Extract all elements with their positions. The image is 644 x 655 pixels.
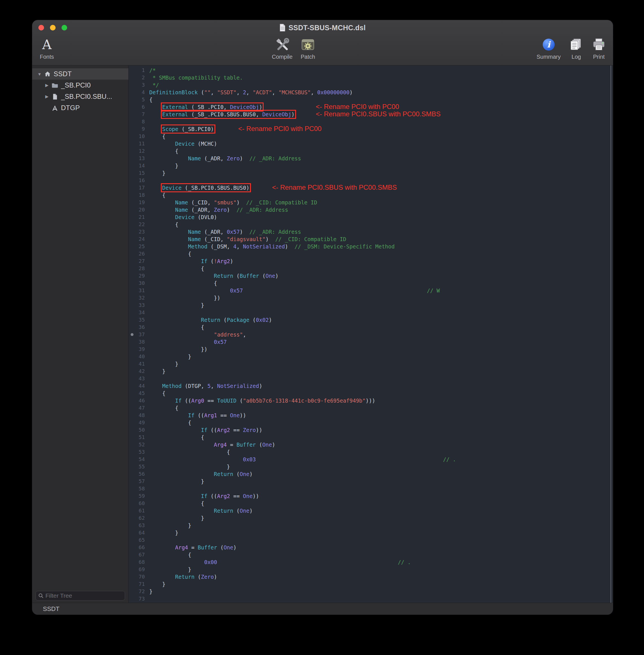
- code-line: 29 Return (Buffer (One): [129, 272, 613, 279]
- filter-input[interactable]: [45, 592, 122, 599]
- code-text: Device (DVL0): [149, 213, 613, 221]
- code-text: /*: [149, 67, 613, 74]
- code-line: 59 If ((Arg2 == One)): [129, 492, 613, 500]
- sidebar-item-sb-pci0-sbu[interactable]: ▶_SB.PCI0.SBU...: [32, 91, 129, 102]
- patch-button[interactable]: Patch: [300, 37, 316, 60]
- code-line: 62 }: [129, 514, 613, 522]
- code-line: 41 }: [129, 360, 613, 367]
- code-editor[interactable]: 1/*2 * SMBus compatibility table.3 */4De…: [129, 66, 613, 603]
- line-number: 16: [129, 177, 149, 184]
- method-icon: [51, 104, 59, 112]
- stacked-pages-icon: [569, 37, 584, 52]
- disclosure-triangle-icon[interactable]: ▶: [43, 83, 51, 88]
- line-number: 3: [129, 81, 149, 89]
- code-text: {: [149, 500, 613, 507]
- code-text: Return (Buffer (One): [149, 272, 613, 279]
- line-number: 27: [129, 257, 149, 265]
- code-text: {: [149, 390, 613, 397]
- code-text: Name (_ADR, 0x57) // _ADR: Address: [149, 228, 613, 235]
- line-number: 66: [129, 544, 149, 551]
- patch-highlight-box: Scope (_SB.PCI0): [162, 126, 214, 132]
- code-text: Method (DTGP, 5, NotSerialized): [149, 382, 613, 390]
- code-line: 37 "address",: [129, 331, 613, 338]
- line-number: 69: [129, 566, 149, 573]
- line-number: 31: [129, 287, 149, 294]
- code-line: 2 * SMBus compatibility table.: [129, 74, 613, 81]
- line-number: 73: [129, 595, 149, 603]
- code-line: 45 {: [129, 390, 613, 397]
- log-button[interactable]: Log: [569, 37, 584, 60]
- code-text: }): [149, 345, 613, 353]
- line-number: 23: [129, 228, 149, 235]
- sidebar-item-dtgp[interactable]: DTGP: [32, 102, 129, 113]
- line-number: 24: [129, 235, 149, 243]
- code-line: 12 {: [129, 148, 613, 155]
- code-text: }: [149, 478, 613, 485]
- filter-field[interactable]: [36, 591, 125, 601]
- code-line: 48 If ((Arg1 == One)): [129, 412, 613, 419]
- code-text: DefinitionBlock ("", "SSDT", 2, "ACDT", …: [149, 89, 613, 96]
- titlebar: SSDT-SBUS-MCHC.dsl: [32, 20, 613, 35]
- code-text: Return (One): [149, 470, 613, 478]
- code-line: 57 }: [129, 478, 613, 485]
- disclosure-triangle-icon[interactable]: ▼: [36, 72, 43, 76]
- line-number: 8: [129, 118, 149, 126]
- sidebar: ▼SSDT▶_SB.PCI0▶_SB.PCI0.SBU...DTGP: [32, 66, 129, 603]
- fonts-label: Fonts: [40, 54, 54, 60]
- code-text: {: [149, 96, 613, 103]
- document-icon: [51, 93, 59, 100]
- code-text: {: [149, 133, 613, 140]
- sidebar-item-ssdt[interactable]: ▼SSDT: [32, 68, 129, 80]
- disclosure-triangle-icon[interactable]: ▶: [43, 94, 51, 99]
- code-text: }): [149, 294, 613, 301]
- sidebar-item-sb-pci0[interactable]: ▶_SB.PCI0: [32, 80, 129, 91]
- code-line: 69 }: [129, 566, 613, 573]
- code-text: {: [149, 148, 613, 155]
- code-text: [149, 595, 613, 603]
- code-line: 51 {: [129, 434, 613, 441]
- code-line: 35 Return (Package (0x02): [129, 316, 613, 323]
- summary-label: Summary: [536, 54, 561, 60]
- line-number: 49: [129, 419, 149, 426]
- line-number: 56: [129, 470, 149, 478]
- code-line: 13 Name (_ADR, Zero) // _ADR: Address: [129, 155, 613, 162]
- code-line: 26 {: [129, 250, 613, 257]
- code-line: 71 }: [129, 581, 613, 588]
- compile-button[interactable]: Compile: [272, 37, 292, 60]
- sidebar-item-label: DTGP: [61, 104, 80, 112]
- scrollbar[interactable]: [611, 66, 611, 603]
- code-text: }: [149, 514, 613, 522]
- search-icon: [38, 593, 44, 598]
- window-gear-icon: [300, 37, 316, 52]
- code-line: 64 }: [129, 529, 613, 537]
- print-label: Print: [593, 54, 604, 60]
- line-number: 33: [129, 301, 149, 309]
- code-text: If (!Arg2): [149, 257, 613, 265]
- line-number: 39: [129, 345, 149, 353]
- code-text: {: [149, 221, 613, 228]
- code-line: 42 }: [129, 367, 613, 375]
- code-line: 38 0x57: [129, 338, 613, 345]
- code-text: If ((Arg2 == Zero)): [149, 426, 613, 434]
- line-number: 40: [129, 353, 149, 360]
- code-line: 70 Return (Zero): [129, 573, 613, 581]
- code-text: [149, 375, 613, 382]
- code-text: }: [149, 162, 613, 170]
- line-number: 14: [129, 162, 149, 170]
- code-line: 53 {: [129, 448, 613, 456]
- line-number: 18: [129, 191, 149, 199]
- fonts-button[interactable]: A Fonts: [39, 37, 54, 60]
- line-number: 29: [129, 272, 149, 279]
- line-number: 2: [129, 74, 149, 81]
- line-number: 41: [129, 360, 149, 367]
- summary-button[interactable]: i Summary: [536, 37, 561, 60]
- code-text: Device (MCHC): [149, 140, 613, 148]
- code-line: 18 {: [129, 191, 613, 199]
- sidebar-item-label: _SB.PCI0: [61, 81, 91, 89]
- code-text: [149, 537, 613, 544]
- code-text: }: [149, 529, 613, 537]
- print-button[interactable]: Print: [591, 37, 606, 60]
- code-text: External (_SB_.PCI0.SBUS.BUS0, DeviceObj…: [149, 111, 613, 118]
- code-line: 46 If ((Arg0 == ToUUID ("a0b5b7c6-1318-4…: [129, 397, 613, 404]
- code-line: 19 Name (_CID, "smbus") // _CID: Compati…: [129, 199, 613, 206]
